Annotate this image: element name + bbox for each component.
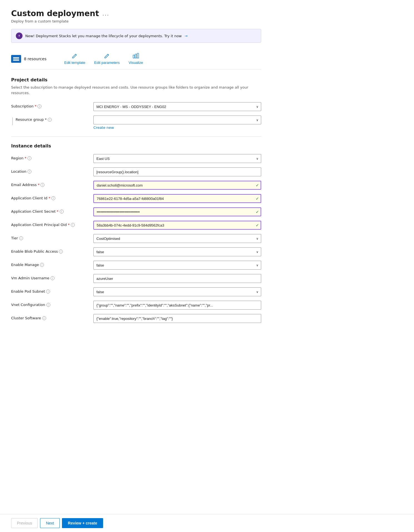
resource-group-label: Resource group * i — [16, 117, 52, 122]
region-label: Region * i — [11, 154, 89, 160]
enable-blob-public-access-select[interactable]: false — [93, 247, 261, 256]
app-client-secret-check-icon: ✓ — [256, 210, 259, 214]
svg-rect-3 — [13, 60, 19, 61]
email-row: Email Address * i ✓ — [11, 181, 261, 190]
app-client-principal-oid-check-icon: ✓ — [256, 223, 259, 227]
email-required: * — [38, 183, 40, 187]
location-label: Location i — [11, 167, 89, 174]
resource-group-row: Resource group * i ∨ Create new — [11, 116, 261, 130]
next-button[interactable]: Next — [40, 518, 60, 528]
location-input[interactable] — [93, 167, 261, 176]
app-client-principal-oid-info-icon[interactable]: i — [71, 223, 75, 227]
template-actions: Edit template Edit parameters Visualize — [64, 53, 143, 65]
instance-details-title: Instance details — [11, 143, 261, 149]
page-title-ellipsis: ... — [102, 10, 109, 17]
app-client-id-input[interactable] — [93, 194, 261, 203]
region-select[interactable]: East US — [93, 154, 261, 163]
enable-blob-public-access-control: false ∨ — [93, 247, 261, 256]
svg-rect-2 — [13, 59, 19, 59]
app-client-secret-info-icon[interactable]: i — [60, 210, 64, 214]
enable-manage-select-wrapper: false ∨ — [93, 261, 261, 270]
tier-select-wrapper: CostOptimised ∨ — [93, 234, 261, 243]
deployment-stacks-banner: New! Deployment Stacks let you manage th… — [11, 29, 261, 43]
email-input-wrapper: ✓ — [93, 181, 261, 190]
resource-group-info-icon[interactable]: i — [48, 118, 52, 122]
enable-pod-subnet-row: Enable Pod Subnet i false ∨ — [11, 287, 261, 296]
enable-pod-subnet-select-wrapper: false ∨ — [93, 287, 261, 296]
enable-manage-label: Enable Manage i — [11, 261, 89, 267]
subscription-select[interactable]: MCI ENERGY - MS - ODDYSSEY - ENG02 — [93, 102, 261, 111]
vm-admin-username-row: Vm Admin Username i — [11, 274, 261, 283]
cluster-software-label: Cluster Software i — [11, 314, 89, 320]
enable-blob-public-access-label: Enable Blob Public Access i — [11, 247, 89, 254]
vm-admin-username-input[interactable] — [93, 274, 261, 283]
app-client-principal-oid-label: Application Client Principal Oid * i — [11, 221, 89, 227]
resource-group-control: ∨ Create new — [93, 116, 261, 130]
app-client-id-info-icon[interactable]: i — [51, 196, 55, 200]
tier-control: CostOptimised ∨ — [93, 234, 261, 243]
resource-group-select[interactable] — [93, 116, 261, 124]
project-details-desc: Select the subscription to manage deploy… — [11, 85, 261, 96]
create-new-link[interactable]: Create new — [93, 126, 114, 130]
enable-blob-public-access-row: Enable Blob Public Access i false ∨ — [11, 247, 261, 256]
enable-manage-row: Enable Manage i false ∨ — [11, 261, 261, 270]
location-row: Location i — [11, 167, 261, 176]
visualize-button[interactable]: Visualize — [129, 53, 143, 65]
vm-admin-username-info-icon[interactable]: i — [51, 276, 54, 280]
app-client-id-control: ✓ — [93, 194, 261, 203]
banner-link[interactable]: → — [184, 34, 188, 38]
app-client-secret-row: Application Client Secret * i ✓ — [11, 207, 261, 216]
cluster-software-input[interactable] — [93, 314, 261, 323]
email-input[interactable] — [93, 181, 261, 190]
enable-manage-control: false ∨ — [93, 261, 261, 270]
email-check-icon: ✓ — [256, 183, 259, 187]
indent-line — [12, 117, 13, 125]
region-info-icon[interactable]: i — [28, 156, 31, 160]
location-info-icon[interactable]: i — [28, 170, 31, 174]
enable-manage-select[interactable]: false — [93, 261, 261, 270]
location-control — [93, 167, 261, 176]
tier-label: Tier i — [11, 234, 89, 240]
enable-pod-subnet-select[interactable]: false — [93, 287, 261, 296]
enable-blob-public-access-info-icon[interactable]: i — [59, 250, 63, 254]
cluster-software-control — [93, 314, 261, 323]
review-create-button[interactable]: Review + create — [62, 518, 103, 528]
app-client-principal-oid-input[interactable] — [93, 221, 261, 230]
subscription-info-icon[interactable]: i — [38, 104, 41, 108]
tier-row: Tier i CostOptimised ∨ — [11, 234, 261, 243]
vm-admin-username-control — [93, 274, 261, 283]
vnet-configuration-info-icon[interactable]: i — [46, 303, 50, 307]
region-control: East US ∨ — [93, 154, 261, 163]
edit-template-button[interactable]: Edit template — [64, 53, 85, 65]
email-control: ✓ — [93, 181, 261, 190]
page-subtitle: Deploy from a custom template — [11, 19, 261, 23]
tier-select[interactable]: CostOptimised — [93, 234, 261, 243]
app-client-secret-input[interactable] — [93, 207, 261, 216]
svg-rect-5 — [135, 54, 137, 58]
subscription-required: * — [35, 104, 37, 108]
project-details-section: Project details Select the subscription … — [11, 77, 261, 130]
edit-parameters-button[interactable]: Edit parameters — [94, 53, 120, 65]
app-client-secret-control: ✓ — [93, 207, 261, 216]
enable-pod-subnet-info-icon[interactable]: i — [46, 290, 50, 293]
cluster-software-row: Cluster Software i — [11, 314, 261, 323]
vnet-configuration-input[interactable] — [93, 301, 261, 310]
email-info-icon[interactable]: i — [41, 183, 44, 187]
app-client-secret-label: Application Client Secret * i — [11, 207, 89, 214]
cluster-software-info-icon[interactable]: i — [42, 316, 46, 320]
previous-button[interactable]: Previous — [11, 518, 38, 528]
app-client-principal-oid-control: ✓ — [93, 221, 261, 230]
vm-admin-username-label: Vm Admin Username i — [11, 274, 89, 280]
vnet-configuration-control — [93, 301, 261, 310]
svg-rect-6 — [137, 53, 139, 58]
tier-info-icon[interactable]: i — [19, 236, 23, 240]
enable-pod-subnet-label: Enable Pod Subnet i — [11, 287, 89, 293]
subscription-row: Subscription * i MCI ENERGY - MS - ODDYS… — [11, 102, 261, 111]
project-details-title: Project details — [11, 77, 261, 82]
enable-manage-info-icon[interactable]: i — [40, 263, 44, 267]
footer-bar: Previous Next Review + create — [0, 514, 414, 532]
banner-text: New! Deployment Stacks let you manage th… — [25, 34, 182, 38]
svg-rect-1 — [13, 57, 19, 58]
resource-group-required: * — [45, 117, 47, 122]
app-client-secret-input-wrapper: ✓ — [93, 207, 261, 216]
